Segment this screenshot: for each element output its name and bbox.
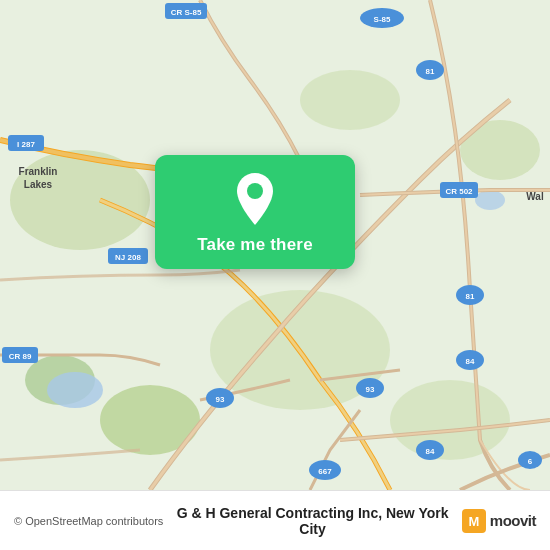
svg-text:667: 667 (318, 467, 332, 476)
svg-text:Franklin: Franklin (19, 166, 58, 177)
osm-attribution: © OpenStreetMap contributors (14, 515, 163, 527)
svg-text:93: 93 (366, 385, 375, 394)
svg-text:CR 502: CR 502 (445, 187, 473, 196)
svg-text:84: 84 (426, 447, 435, 456)
location-pin-icon (233, 173, 277, 225)
moovit-icon: M (462, 509, 486, 533)
cta-card[interactable]: Take me there (155, 155, 355, 269)
svg-text:CR 89: CR 89 (9, 352, 32, 361)
svg-point-3 (390, 380, 510, 460)
svg-text:M: M (468, 514, 479, 529)
moovit-text: moovit (490, 512, 536, 529)
svg-text:I 287: I 287 (17, 140, 35, 149)
svg-point-9 (475, 190, 505, 210)
osm-text: © OpenStreetMap contributors (14, 515, 163, 527)
svg-text:81: 81 (426, 67, 435, 76)
svg-text:Lakes: Lakes (24, 179, 53, 190)
svg-text:6: 6 (528, 457, 533, 466)
svg-text:Wal: Wal (526, 191, 544, 202)
moovit-logo: M moovit (462, 509, 536, 533)
svg-text:S-85: S-85 (374, 15, 391, 24)
svg-point-8 (47, 372, 103, 408)
svg-text:NJ 208: NJ 208 (115, 253, 141, 262)
map-container: I 287 CR S-85 S-85 CR 502 81 81 84 84 6 … (0, 0, 550, 490)
bottom-bar: © OpenStreetMap contributors G & H Gener… (0, 490, 550, 550)
place-name: G & H General Contracting Inc, New York … (173, 505, 451, 537)
svg-point-7 (300, 70, 400, 130)
svg-text:84: 84 (466, 357, 475, 366)
cta-label: Take me there (197, 235, 313, 255)
svg-text:CR S-85: CR S-85 (171, 8, 202, 17)
svg-point-41 (247, 183, 263, 199)
svg-text:81: 81 (466, 292, 475, 301)
svg-text:93: 93 (216, 395, 225, 404)
